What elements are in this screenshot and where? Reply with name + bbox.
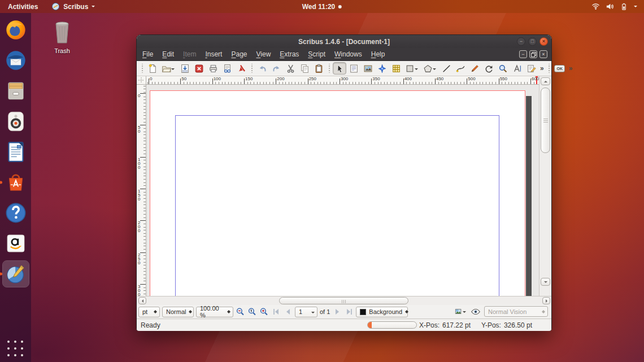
pdf-push-button[interactable]: OK [553, 62, 567, 75]
zoom-default-button[interactable] [247, 307, 257, 317]
insert-shape-button[interactable] [403, 62, 421, 75]
maximize-button[interactable]: □ [528, 37, 537, 46]
insert-freehand-line-button[interactable] [468, 62, 481, 75]
menu-script[interactable]: Script [303, 48, 330, 61]
spinner-arrows-icon [542, 308, 545, 315]
mdi-restore-button[interactable] [529, 50, 537, 58]
toolbar-grip[interactable] [250, 64, 254, 73]
menu-insert[interactable]: Insert [201, 48, 227, 61]
toolbar-grip[interactable] [140, 64, 144, 73]
insert-line-button[interactable] [440, 62, 453, 75]
insert-image-frame-button[interactable] [361, 62, 375, 75]
arrow-up-icon [544, 79, 547, 82]
dock-item-firefox[interactable] [3, 17, 29, 43]
horizontal-scrollbar[interactable] [137, 296, 551, 305]
menu-windows[interactable]: Windows [330, 48, 367, 61]
dock-item-amazon[interactable] [3, 230, 29, 256]
minimize-button[interactable]: − [517, 37, 525, 46]
mdi-minimize-button[interactable]: − [519, 50, 527, 58]
preview-quality-button[interactable] [455, 306, 467, 317]
h-ruler-label: 300 [341, 76, 348, 81]
redo-button[interactable] [269, 62, 283, 75]
preflight-verifier-button[interactable] [220, 62, 234, 75]
vertical-scrollbar[interactable] [539, 76, 551, 296]
dock-item-ubuntu-software[interactable] [3, 169, 29, 195]
save-document-button[interactable] [178, 62, 192, 75]
thunderbird-icon [5, 49, 27, 72]
menu-help[interactable]: Help [367, 48, 390, 61]
show-applications-button[interactable] [7, 341, 24, 357]
magnifier-icon [498, 64, 508, 73]
toolbar-grip[interactable] [327, 64, 331, 73]
app-menu-button[interactable]: Scribus [46, 0, 101, 13]
horizontal-scrollbar-thumb[interactable] [279, 297, 408, 304]
insert-bezier-curve-button[interactable] [454, 62, 467, 75]
close-document-button[interactable] [192, 62, 206, 75]
zoom-level-spinbox[interactable]: 100.00 % [196, 307, 233, 317]
last-page-button[interactable] [344, 307, 354, 317]
preview-quality-select[interactable]: Normal [162, 307, 194, 317]
paste-button[interactable] [312, 62, 325, 75]
layer-select[interactable]: Background [356, 307, 408, 317]
select-item-button[interactable] [333, 62, 346, 75]
activities-button[interactable]: Activities [0, 0, 46, 13]
save-as-pdf-button[interactable] [234, 62, 248, 75]
dock-item-help[interactable] [3, 200, 29, 226]
clock-button[interactable]: Wed 11:20 [302, 0, 342, 13]
scroll-up-button[interactable] [541, 77, 550, 85]
trash-desktop-icon[interactable]: Trash [47, 19, 77, 54]
menu-view[interactable]: View [252, 48, 276, 61]
vertical-scrollbar-thumb[interactable] [541, 88, 550, 153]
status-message: Ready [141, 321, 160, 329]
dock-item-files[interactable] [3, 78, 29, 104]
mdi-close-button[interactable]: × [539, 50, 547, 58]
dock-item-thunderbird[interactable] [3, 47, 29, 73]
undo-button[interactable] [255, 62, 269, 75]
zoom-tool-button[interactable] [496, 62, 510, 75]
pdf-toolbar-overflow-button[interactable]: » [567, 64, 575, 72]
zoom-out-button[interactable] [236, 307, 245, 317]
insert-table-button[interactable] [389, 62, 403, 75]
next-page-button[interactable] [332, 307, 342, 317]
v-ruler-label: 0 [138, 94, 140, 98]
zoom-in-button[interactable] [259, 307, 269, 317]
menu-file[interactable]: File [138, 48, 158, 61]
copy-button[interactable] [298, 62, 311, 75]
insert-text-frame-button[interactable] [347, 62, 360, 75]
first-page-button[interactable] [271, 307, 281, 317]
menu-extras[interactable]: Extras [275, 48, 303, 61]
title-bar[interactable]: Scribus 1.4.6 - [Document-1] [137, 35, 551, 48]
print-button[interactable] [206, 62, 220, 75]
toolbar-overflow-button[interactable]: » [538, 64, 546, 72]
previous-page-button[interactable] [283, 307, 293, 317]
edit-contents-button[interactable] [510, 62, 524, 75]
menu-page[interactable]: Page [227, 48, 251, 61]
dock-item-libreoffice-writer[interactable] [3, 139, 29, 165]
horizontal-ruler[interactable]: 050100150200250300350400450500550600 [146, 76, 539, 85]
close-button[interactable]: × [539, 37, 548, 46]
color-vision-select[interactable]: Normal Vision [484, 306, 548, 317]
vision-mode-value: Normal Vision [488, 308, 526, 315]
insert-polygon-button[interactable] [421, 62, 439, 75]
system-tray[interactable] [591, 0, 644, 13]
new-document-button[interactable] [146, 62, 159, 75]
dock-item-scribus[interactable] [3, 261, 29, 287]
scroll-down-button[interactable] [541, 278, 550, 286]
scroll-left-button[interactable] [138, 297, 146, 304]
last-page-icon [345, 307, 354, 316]
cut-button[interactable] [284, 62, 297, 75]
ruler-origin-box[interactable] [137, 76, 146, 85]
story-editor-button[interactable] [524, 62, 538, 75]
toolbar-grip[interactable] [547, 64, 551, 73]
scroll-right-button[interactable] [542, 297, 550, 304]
page-number-select[interactable]: 1 [295, 307, 317, 317]
rotate-item-button[interactable] [482, 62, 495, 75]
vertical-ruler[interactable]: 05 01 0 01 5 02 0 02 5 03 0 0 [137, 85, 146, 296]
unit-select[interactable]: pt [138, 307, 160, 317]
v-ruler-label: 1 5 0 [138, 189, 140, 201]
open-document-button[interactable] [160, 62, 177, 75]
menu-edit[interactable]: Edit [158, 48, 179, 61]
insert-render-frame-button[interactable] [375, 62, 389, 75]
dock-item-rhythmbox[interactable] [3, 108, 29, 134]
document-canvas[interactable] [146, 85, 539, 296]
